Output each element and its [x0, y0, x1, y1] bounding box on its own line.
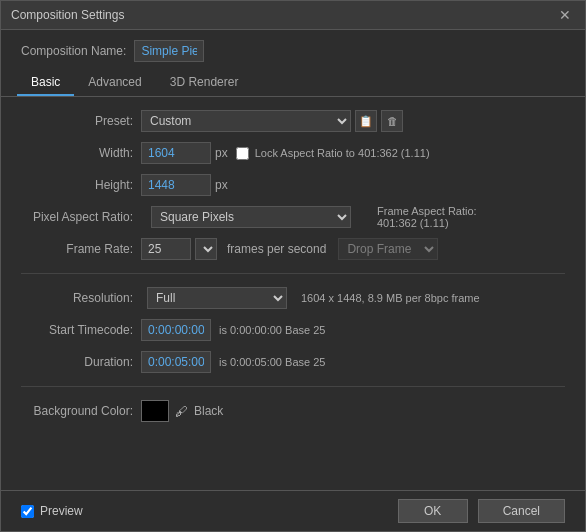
duration-info: is 0:00:05:00 Base 25 — [219, 356, 325, 368]
drop-frame-select[interactable]: Drop Frame — [338, 238, 438, 260]
preview-label: Preview — [40, 504, 83, 518]
background-color-swatch[interactable] — [141, 400, 169, 422]
composition-name-row: Composition Name: — [1, 30, 585, 70]
preview-row: Preview — [21, 504, 83, 518]
height-label: Height: — [21, 178, 141, 192]
preset-row: Preset: Custom HDTV 1080 25 HDTV 720 25 … — [21, 109, 565, 133]
dialog-composition-settings: Composition Settings ✕ Composition Name:… — [0, 0, 586, 532]
start-timecode-row: Start Timecode: is 0:00:00:00 Base 25 — [21, 318, 565, 342]
preset-select[interactable]: Custom HDTV 1080 25 HDTV 720 25 — [141, 110, 351, 132]
preset-label: Preset: — [21, 114, 141, 128]
frame-rate-row: Frame Rate: frames per second Drop Frame — [21, 237, 565, 261]
start-timecode-info: is 0:00:00:00 Base 25 — [219, 324, 325, 336]
footer-buttons: OK Cancel — [398, 499, 565, 523]
composition-name-input[interactable] — [134, 40, 204, 62]
dialog-title: Composition Settings — [11, 8, 124, 22]
width-row: Width: px Lock Aspect Ratio to 401:362 (… — [21, 141, 565, 165]
width-input[interactable] — [141, 142, 211, 164]
pixel-aspect-select[interactable]: Square Pixels D1/DV NTSC D1/DV PAL — [151, 206, 351, 228]
height-row: Height: px — [21, 173, 565, 197]
background-color-name: Black — [194, 404, 223, 418]
pixel-aspect-row: Pixel Aspect Ratio: Square Pixels D1/DV … — [21, 205, 565, 229]
tab-3d-renderer[interactable]: 3D Renderer — [156, 70, 253, 96]
lock-aspect-row: Lock Aspect Ratio to 401:362 (1.11) — [236, 147, 430, 160]
start-timecode-label: Start Timecode: — [21, 323, 141, 337]
resolution-row: Resolution: Full Half Third Quarter Cust… — [21, 286, 565, 310]
tab-advanced[interactable]: Advanced — [74, 70, 155, 96]
start-timecode-input[interactable] — [141, 319, 211, 341]
width-label: Width: — [21, 146, 141, 160]
duration-label: Duration: — [21, 355, 141, 369]
background-color-row: Background Color: 🖋 Black — [21, 399, 565, 423]
duration-input[interactable] — [141, 351, 211, 373]
resolution-select[interactable]: Full Half Third Quarter Custom — [147, 287, 287, 309]
preset-save-button[interactable]: 📋 — [355, 110, 377, 132]
frame-rate-label: Frame Rate: — [21, 242, 141, 256]
cancel-button[interactable]: Cancel — [478, 499, 565, 523]
lock-aspect-checkbox[interactable] — [236, 147, 249, 160]
frame-aspect-box: Frame Aspect Ratio: 401:362 (1.11) — [377, 205, 477, 229]
eyedropper-icon[interactable]: 🖋 — [175, 404, 188, 419]
height-unit: px — [215, 178, 228, 192]
content-area: Preset: Custom HDTV 1080 25 HDTV 720 25 … — [1, 97, 585, 490]
framerate-controls: frames per second Drop Frame — [141, 238, 438, 260]
frame-rate-input[interactable] — [141, 238, 191, 260]
title-bar: Composition Settings ✕ — [1, 1, 585, 30]
separator — [21, 273, 565, 274]
frame-aspect-value: 401:362 (1.11) — [377, 217, 477, 229]
duration-row: Duration: is 0:00:05:00 Base 25 — [21, 350, 565, 374]
lock-aspect-label: Lock Aspect Ratio to 401:362 (1.11) — [255, 147, 430, 159]
resolution-info: 1604 x 1448, 8.9 MB per 8bpc frame — [301, 292, 480, 304]
fps-label: frames per second — [227, 242, 326, 256]
preview-checkbox[interactable] — [21, 505, 34, 518]
tabs-row: Basic Advanced 3D Renderer — [1, 70, 585, 97]
preset-controls: Custom HDTV 1080 25 HDTV 720 25 📋 🗑 — [141, 110, 403, 132]
close-button[interactable]: ✕ — [555, 7, 575, 23]
preset-delete-button[interactable]: 🗑 — [381, 110, 403, 132]
background-color-label: Background Color: — [21, 404, 141, 418]
composition-name-label: Composition Name: — [21, 44, 126, 58]
tab-basic[interactable]: Basic — [17, 70, 74, 96]
separator-2 — [21, 386, 565, 387]
resolution-label: Resolution: — [21, 291, 141, 305]
height-input[interactable] — [141, 174, 211, 196]
width-unit: px — [215, 146, 228, 160]
pixel-aspect-label: Pixel Aspect Ratio: — [21, 210, 141, 224]
frame-aspect-title: Frame Aspect Ratio: — [377, 205, 477, 217]
frame-rate-dropdown[interactable] — [195, 238, 217, 260]
ok-button[interactable]: OK — [398, 499, 468, 523]
footer: Preview OK Cancel — [1, 490, 585, 531]
